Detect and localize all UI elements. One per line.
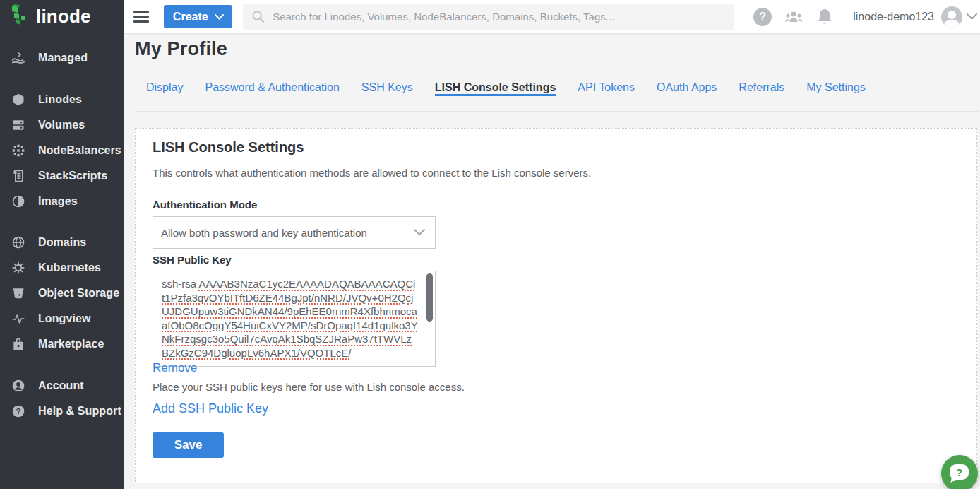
linode-logo[interactable]: linode <box>0 0 124 33</box>
help-icon: ? <box>753 8 772 26</box>
question-bubble-icon: ? <box>950 464 969 480</box>
account-name[interactable]: linode-demo123 <box>853 11 934 23</box>
nodebalancers-icon <box>11 143 26 158</box>
search-icon <box>251 10 265 23</box>
sidebar-item-label: Volumes <box>38 119 85 131</box>
sidebar-item-label: Account <box>38 379 84 392</box>
sidebar-item-kubernetes[interactable]: Kubernetes <box>0 255 124 281</box>
sidebar-item-label: Object Storage <box>38 287 119 300</box>
volumes-icon <box>11 117 26 133</box>
support-chat-button[interactable]: ? <box>941 455 978 489</box>
help-button[interactable]: ? <box>747 8 778 26</box>
sidebar-item-label: Kubernetes <box>38 261 101 274</box>
bell-icon <box>816 8 833 26</box>
linode-wordmark: linode <box>36 6 91 28</box>
ssh-key-hint: Place your SSH public keys here for use … <box>153 381 465 393</box>
sidebar-item-marketplace[interactable]: Marketplace <box>0 331 124 357</box>
ssh-key-textarea[interactable]: ssh-rsa AAAAB3NzaC1yc2EAAAADAQABAAACAQCi… <box>153 271 436 367</box>
tab-referrals[interactable]: Referrals <box>739 81 784 96</box>
sidebar-item-label: Managed <box>38 52 88 64</box>
svg-text:?: ? <box>16 406 20 416</box>
pulse-icon <box>11 311 26 326</box>
save-button[interactable]: Save <box>153 432 224 458</box>
topbar: Create ? linode-demo123 <box>124 0 980 33</box>
kubernetes-icon <box>11 260 26 276</box>
textarea-scrollbar[interactable] <box>426 273 433 322</box>
chevron-down-icon <box>215 14 224 20</box>
remove-key-link[interactable]: Remove <box>153 361 197 375</box>
sidebar-item-stackscripts[interactable]: StackScripts <box>0 163 124 189</box>
question-icon: ? <box>11 403 26 419</box>
community-button[interactable] <box>778 8 809 25</box>
ssh-key-value: AAAAB3NzaC1yc2EAAAADAQABAAACAQCit1Pzfa3q… <box>162 278 418 359</box>
tab-api-tokens[interactable]: API Tokens <box>578 81 635 96</box>
sidebar-item-account[interactable]: Account <box>0 373 124 399</box>
tab-password-authentication[interactable]: Password & Authentication <box>205 81 339 96</box>
tab-lish-console-settings[interactable]: LISH Console Settings <box>435 81 556 96</box>
main-content: My Profile Display Password & Authentica… <box>124 33 980 489</box>
ssh-key-label: SSH Public Key <box>153 254 232 266</box>
sidebar-item-label: Domains <box>38 236 86 249</box>
managed-icon <box>11 50 26 66</box>
sidebar: linode Managed Linodes <box>0 0 124 489</box>
chevron-down-icon <box>414 229 425 236</box>
bucket-icon <box>11 285 26 301</box>
sidebar-item-nodebalancers[interactable]: NodeBalancers <box>0 138 124 163</box>
search-input[interactable] <box>273 11 726 23</box>
community-icon <box>783 8 804 25</box>
person-icon <box>11 378 26 394</box>
auth-mode-select[interactable]: Allow both password and key authenticati… <box>153 216 436 249</box>
tab-display[interactable]: Display <box>146 81 183 96</box>
panel-heading: LISH Console Settings <box>153 139 304 155</box>
sidebar-item-label: Help & Support <box>38 405 121 418</box>
create-button-label: Create <box>173 11 208 23</box>
global-search <box>243 4 734 30</box>
tab-my-settings[interactable]: My Settings <box>806 81 866 96</box>
app-window: linode Managed Linodes <box>0 0 980 489</box>
page-title: My Profile <box>135 38 227 60</box>
sidebar-item-object-storage[interactable]: Object Storage <box>0 281 124 306</box>
topbar-right: ? linode-demo123 <box>747 6 980 28</box>
linode-hexagon-icon <box>11 92 26 107</box>
create-button[interactable]: Create <box>164 5 232 28</box>
tab-oauth-apps[interactable]: OAuth Apps <box>657 81 717 96</box>
sidebar-item-images[interactable]: Images <box>0 189 124 214</box>
ssh-key-prefix: ssh-rsa <box>162 278 199 290</box>
avatar[interactable] <box>941 6 962 28</box>
sidebar-item-label: Longview <box>38 312 91 325</box>
lish-settings-panel: LISH Console Settings This controls what… <box>135 128 977 483</box>
sidebar-item-volumes[interactable]: Volumes <box>0 112 124 138</box>
sidebar-item-managed[interactable]: Managed <box>0 45 124 71</box>
sidebar-item-help-support[interactable]: ? Help & Support <box>0 399 124 424</box>
shopping-bag-icon <box>11 336 26 352</box>
sidebar-item-label: StackScripts <box>38 170 107 182</box>
sidebar-item-label: NodeBalancers <box>38 144 121 157</box>
linode-logo-icon <box>10 4 30 28</box>
notifications-button[interactable] <box>809 8 840 26</box>
sidebar-item-label: Marketplace <box>38 338 104 350</box>
panel-description: This controls what authentication method… <box>153 167 591 179</box>
sidebar-item-linodes[interactable]: Linodes <box>0 87 124 112</box>
profile-tabs: Display Password & Authentication SSH Ke… <box>135 81 979 112</box>
globe-icon <box>11 235 26 250</box>
sidebar-item-label: Linodes <box>38 93 82 106</box>
stackscripts-icon <box>11 168 26 184</box>
menu-toggle-icon[interactable] <box>133 11 149 23</box>
account-menu-chevron-icon[interactable] <box>967 13 977 20</box>
auth-mode-selected-value: Allow both password and key authenticati… <box>161 227 414 239</box>
add-ssh-key-link[interactable]: Add SSH Public Key <box>153 401 268 416</box>
images-icon <box>11 194 26 209</box>
sidebar-item-domains[interactable]: Domains <box>0 230 124 255</box>
sidebar-item-label: Images <box>38 195 78 208</box>
sidebar-item-longview[interactable]: Longview <box>0 306 124 331</box>
tab-ssh-keys[interactable]: SSH Keys <box>361 81 413 96</box>
auth-mode-label: Authentication Mode <box>153 199 257 211</box>
